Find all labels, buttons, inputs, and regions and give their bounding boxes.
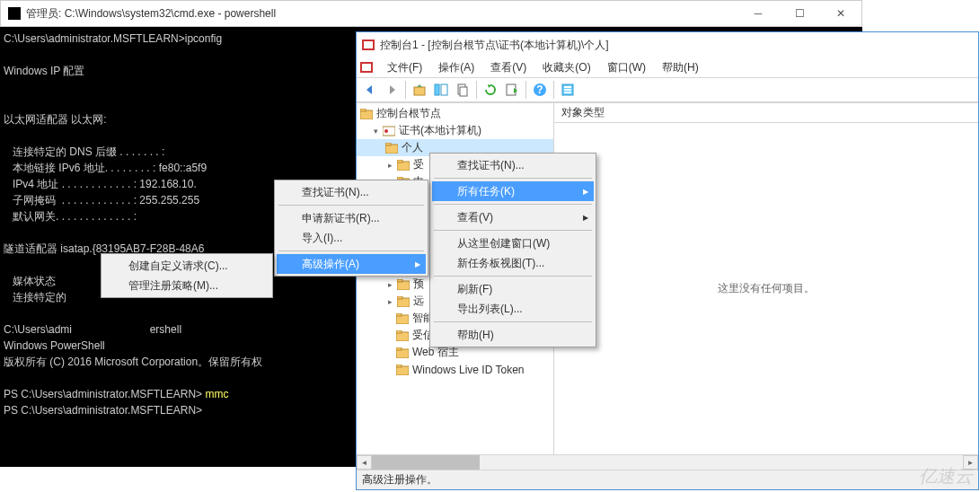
up-button[interactable] — [410, 80, 429, 100]
submenu-arrow-icon: ▶ — [583, 188, 588, 196]
svg-rect-5 — [435, 84, 439, 95]
folder-icon — [385, 143, 398, 154]
svg-rect-8 — [460, 87, 467, 96]
menu-view[interactable]: 查看(V)▶ — [432, 207, 594, 227]
scroll-left-button[interactable]: ◄ — [357, 455, 372, 470]
mmc-toolbar: ? — [357, 77, 978, 102]
menu-custom-request[interactable]: 创建自定义请求(C)... — [103, 256, 270, 276]
menu-help[interactable]: 帮助(H) — [655, 58, 706, 77]
svg-point-19 — [384, 129, 388, 133]
svg-rect-43 — [396, 330, 402, 333]
svg-rect-4 — [414, 87, 425, 95]
mmc-app-icon — [362, 40, 375, 50]
tree-cert-root[interactable]: ▾ 证书(本地计算机) — [357, 122, 553, 139]
back-button[interactable] — [360, 80, 380, 100]
tree-item-label: 受 — [413, 157, 424, 172]
cmd-icon — [8, 7, 21, 20]
svg-rect-14 — [564, 89, 571, 91]
expand-icon[interactable]: ▸ — [385, 279, 395, 289]
submenu-arrow-icon: ▶ — [583, 214, 588, 222]
minimize-button[interactable]: ─ — [737, 1, 779, 26]
mmc-titlebar: 控制台1 - [控制台根节点\证书(本地计算机)\个人] — [357, 32, 978, 57]
folder-icon — [396, 313, 409, 324]
menu-all-tasks[interactable]: 所有任务(K)▶ — [432, 181, 594, 201]
scroll-thumb[interactable] — [372, 455, 480, 470]
svg-rect-23 — [397, 160, 402, 163]
menu-favorites[interactable]: 收藏夹(O) — [535, 58, 597, 77]
svg-rect-41 — [396, 313, 402, 316]
folder-icon — [396, 347, 409, 358]
context-menu-all-tasks: 查找证书(N)... 申请新证书(R)... 导入(I)... 高级操作(A)▶ — [274, 180, 428, 277]
help-button[interactable]: ? — [530, 80, 550, 100]
horizontal-scrollbar[interactable]: ◄ ► — [357, 454, 978, 470]
show-hide-tree-button[interactable] — [431, 80, 451, 100]
folder-icon — [397, 160, 410, 171]
menu-manage-enrollment[interactable]: 管理注册策略(M)... — [103, 276, 270, 295]
svg-rect-21 — [385, 143, 391, 145]
view-button[interactable] — [558, 80, 578, 100]
mmc-title: 控制台1 - [控制台根节点\证书(本地计算机)\个人] — [380, 38, 978, 53]
list-header[interactable]: 对象类型 — [554, 103, 978, 123]
svg-rect-6 — [441, 84, 447, 95]
menu-refresh[interactable]: 刷新(F) — [432, 279, 594, 299]
collapse-icon[interactable]: ▾ — [371, 126, 381, 136]
tree-root[interactable]: 控制台根节点 — [357, 105, 553, 122]
menu-action[interactable]: 操作(A) — [431, 58, 481, 77]
svg-rect-39 — [397, 296, 402, 299]
menu-request-cert[interactable]: 申请新证书(R)... — [277, 208, 426, 228]
tree-item-label: 预 — [413, 277, 424, 292]
menu-new-window[interactable]: 从这里创建窗口(W) — [432, 233, 594, 253]
menu-new-taskpad[interactable]: 新任务板视图(T)... — [432, 253, 594, 273]
close-button[interactable]: ✕ — [820, 1, 861, 26]
tree-cert-label: 证书(本地计算机) — [399, 123, 481, 138]
context-menu-primary: 查找证书(N)... 所有任务(K)▶ 查看(V)▶ 从这里创建窗口(W) 新任… — [429, 153, 596, 347]
menu-advanced-ops[interactable]: 高级操作(A)▶ — [277, 254, 426, 274]
menu-find-cert[interactable]: 查找证书(N)... — [432, 155, 594, 175]
svg-rect-3 — [362, 64, 371, 71]
svg-rect-13 — [564, 86, 571, 88]
svg-rect-47 — [396, 365, 402, 367]
mmc-list-pane: 对象类型 这里没有任何项目。 — [554, 103, 978, 454]
mmc-statusbar: 高级注册操作。 — [357, 470, 978, 489]
list-empty-text: 这里没有任何项目。 — [554, 123, 978, 454]
folder-icon — [397, 279, 410, 290]
export-button[interactable] — [502, 80, 522, 100]
expand-icon[interactable]: ▸ — [385, 160, 395, 170]
svg-text:?: ? — [536, 83, 543, 96]
menu-window[interactable]: 窗口(W) — [600, 58, 653, 77]
cmd-titlebar: 管理员: C:\Windows\system32\cmd.exe - power… — [0, 0, 862, 27]
mmc-menubar: 文件(F) 操作(A) 查看(V) 收藏夹(O) 窗口(W) 帮助(H) — [357, 57, 978, 77]
folder-icon — [396, 365, 409, 375]
watermark: 亿速云 — [919, 464, 973, 488]
menu-find-cert[interactable]: 查找证书(N)... — [277, 182, 426, 202]
svg-rect-37 — [397, 279, 402, 282]
tree-item-label: 个人 — [402, 140, 423, 155]
menu-view[interactable]: 查看(V) — [483, 58, 534, 77]
cert-icon — [383, 126, 395, 136]
cmd-window-controls: ─ ☐ ✕ — [737, 1, 861, 26]
tree-root-label: 控制台根节点 — [376, 106, 441, 121]
submenu-arrow-icon: ▶ — [415, 260, 420, 268]
menu-file[interactable]: 文件(F) — [380, 58, 429, 77]
tree-item-label: 远 — [413, 294, 424, 309]
folder-icon — [396, 330, 409, 341]
forward-button[interactable] — [382, 80, 402, 100]
context-menu-advanced: 创建自定义请求(C)... 管理注册策略(M)... — [101, 253, 273, 298]
refresh-button[interactable] — [481, 80, 500, 100]
menu-help[interactable]: 帮助(H) — [432, 325, 594, 345]
svg-rect-1 — [364, 41, 373, 48]
menu-export-list[interactable]: 导出列表(L)... — [432, 299, 594, 319]
folder-icon — [360, 109, 373, 119]
svg-rect-45 — [396, 347, 402, 350]
maximize-button[interactable]: ☐ — [779, 1, 820, 26]
svg-rect-17 — [360, 109, 366, 111]
mmc-doc-icon — [360, 62, 373, 73]
folder-icon — [397, 296, 410, 307]
copy-button[interactable] — [453, 80, 472, 100]
expand-icon[interactable]: ▸ — [385, 296, 395, 306]
menu-import[interactable]: 导入(I)... — [277, 228, 426, 248]
svg-rect-15 — [564, 92, 571, 93]
tree-item-label: Windows Live ID Token — [412, 364, 525, 376]
tree-item[interactable]: Windows Live ID Token — [357, 361, 553, 378]
cmd-title: 管理员: C:\Windows\system32\cmd.exe - power… — [26, 6, 737, 22]
